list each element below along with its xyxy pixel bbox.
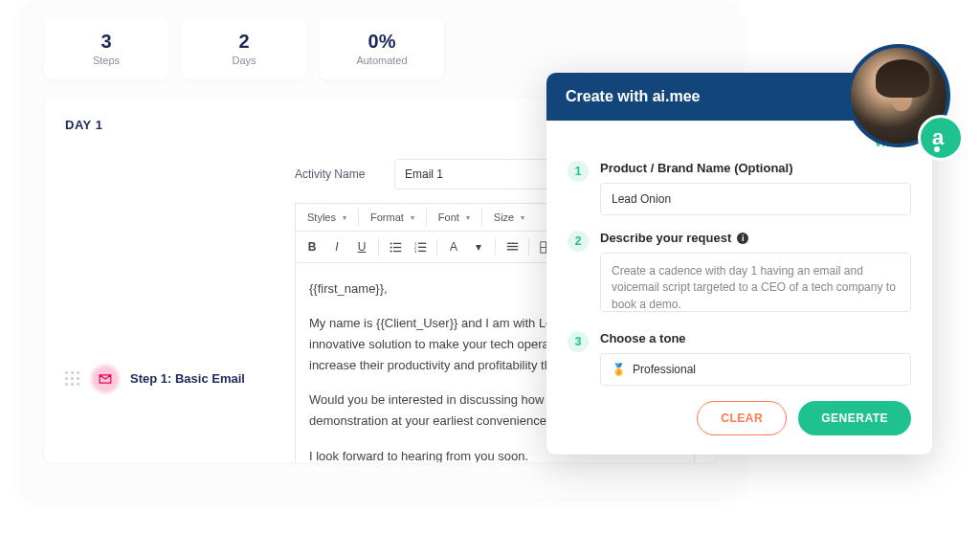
- chevron-down-icon[interactable]: ▾: [468, 236, 489, 257]
- svg-rect-9: [418, 246, 426, 247]
- stat-label: Steps: [44, 55, 168, 66]
- product-name-label: Product / Brand Name (Optional): [600, 161, 911, 175]
- email-icon: [90, 364, 121, 394]
- tone-select[interactable]: 🏅 Professional: [600, 353, 911, 386]
- italic-icon[interactable]: I: [326, 236, 347, 257]
- bullet-list-icon[interactable]: [385, 236, 406, 257]
- align-icon[interactable]: [501, 236, 523, 257]
- bold-icon[interactable]: B: [301, 236, 323, 257]
- step-number-2: 2: [568, 231, 589, 252]
- stat-label: Automated: [320, 55, 444, 66]
- svg-rect-12: [506, 242, 517, 243]
- step-row[interactable]: Step 1: Basic Email: [65, 274, 276, 462]
- svg-rect-13: [506, 245, 517, 246]
- step-number-3: 3: [568, 331, 589, 352]
- info-icon[interactable]: i: [737, 233, 748, 244]
- stat-value: 3: [44, 31, 168, 53]
- stat-value: 0%: [320, 31, 444, 53]
- stat-days: 2 Days: [182, 17, 306, 79]
- svg-text:3: 3: [414, 249, 417, 254]
- size-select[interactable]: Size: [488, 209, 530, 226]
- svg-rect-1: [393, 242, 401, 243]
- medal-icon: 🏅: [612, 363, 626, 376]
- svg-rect-7: [418, 242, 426, 243]
- clear-button[interactable]: CLEAR: [697, 401, 787, 435]
- svg-point-4: [390, 250, 391, 252]
- stats-row: 3 Steps 2 Days 0% Automated: [44, 17, 716, 79]
- underline-icon[interactable]: U: [351, 236, 372, 257]
- svg-rect-3: [393, 246, 401, 247]
- stat-automated: 0% Automated: [320, 17, 444, 79]
- product-name-input[interactable]: [600, 183, 911, 215]
- svg-point-0: [390, 242, 391, 244]
- activity-name-label: Activity Name: [295, 167, 381, 181]
- svg-rect-5: [393, 250, 401, 251]
- describe-request-input[interactable]: [600, 253, 911, 312]
- step-number-1: 1: [568, 161, 589, 182]
- step-label: Step 1: Basic Email: [130, 371, 245, 386]
- svg-rect-11: [418, 250, 426, 251]
- tone-label: Choose a tone: [600, 331, 911, 345]
- svg-point-2: [390, 246, 391, 248]
- svg-rect-14: [506, 249, 517, 250]
- generate-button[interactable]: GENERATE: [798, 401, 911, 435]
- styles-select[interactable]: Styles: [301, 209, 352, 226]
- format-select[interactable]: Format: [365, 209, 420, 226]
- avatar-wrap: a: [847, 44, 958, 155]
- describe-request-label: Describe your request i: [600, 231, 911, 245]
- text-color-icon[interactable]: A: [443, 236, 464, 257]
- numbered-list-icon[interactable]: 123: [410, 236, 431, 257]
- stat-label: Days: [182, 55, 306, 66]
- font-select[interactable]: Font: [433, 209, 476, 226]
- stat-value: 2: [182, 31, 306, 53]
- brand-logo-icon: a: [918, 115, 964, 161]
- stat-steps: 3 Steps: [44, 17, 168, 79]
- drag-handle-icon[interactable]: [65, 371, 80, 387]
